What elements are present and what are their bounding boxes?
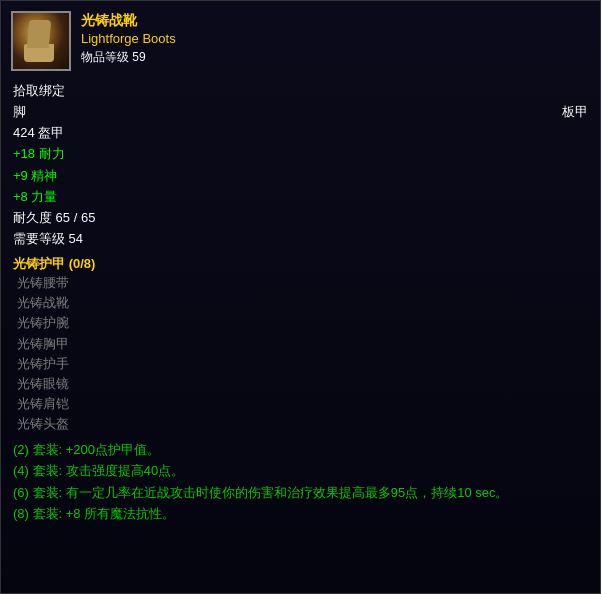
durability: 耐久度 65 / 65 [13,208,588,228]
set-piece-5: 光铸眼镜 [13,374,588,394]
set-name: 光铸护甲 [13,256,65,271]
item-quality: 物品等级 59 [81,49,588,66]
item-icon-inner [13,13,69,69]
set-bonus-1: (4) 套装: 攻击强度提高40点。 [13,461,588,481]
set-piece-2: 光铸护腕 [13,313,588,333]
set-bonus-2: (6) 套装: 有一定几率在近战攻击时使你的伤害和治疗效果提高最多95点，持续1… [13,483,588,503]
item-info: 光铸战靴 Lightforge Boots 物品等级 59 [81,11,588,71]
set-piece-1: 光铸战靴 [13,293,588,313]
set-piece-0: 光铸腰带 [13,273,588,293]
stat-spirit: +9 精神 [13,166,588,186]
set-bonus-0: (2) 套装: +200点护甲值。 [13,440,588,460]
set-progress: (0/8) [69,256,96,271]
item-tooltip: 光铸战靴 Lightforge Boots 物品等级 59 拾取绑定 脚 板甲 … [0,0,601,594]
set-bonus-3: (8) 套装: +8 所有魔法抗性。 [13,504,588,524]
armor-type: 板甲 [562,103,588,121]
stats-section: 拾取绑定 脚 板甲 424 盔甲 +18 耐力 +9 精神 +8 力量 耐久度 … [1,77,600,249]
set-piece-7: 光铸头盔 [13,414,588,434]
set-piece-6: 光铸肩铠 [13,394,588,414]
top-section: 光铸战靴 Lightforge Boots 物品等级 59 [1,1,600,77]
stat-strength: +8 力量 [13,187,588,207]
armor-value: 424 盔甲 [13,123,588,143]
required-level: 需要等级 54 [13,229,588,249]
set-piece-3: 光铸胸甲 [13,334,588,354]
set-piece-4: 光铸护手 [13,354,588,374]
item-name-cn: 光铸战靴 [81,11,588,31]
slot-row: 脚 板甲 [13,102,588,122]
slot-label: 脚 [13,102,26,122]
boot-icon-shape [22,20,60,62]
set-bonus-section: (2) 套装: +200点护甲值。 (4) 套装: 攻击强度提高40点。 (6)… [1,434,600,528]
set-pieces-list: 光铸腰带 光铸战靴 光铸护腕 光铸胸甲 光铸护手 光铸眼镜 光铸肩铠 光铸头盔 [13,273,588,434]
item-icon [11,11,71,71]
bind-text: 拾取绑定 [13,81,588,101]
stat-endurance: +18 耐力 [13,144,588,164]
item-name-en: Lightforge Boots [81,31,588,48]
set-header: 光铸护甲 (0/8) [13,255,588,273]
set-section: 光铸护甲 (0/8) 光铸腰带 光铸战靴 光铸护腕 光铸胸甲 光铸护手 光铸眼镜… [1,249,600,434]
